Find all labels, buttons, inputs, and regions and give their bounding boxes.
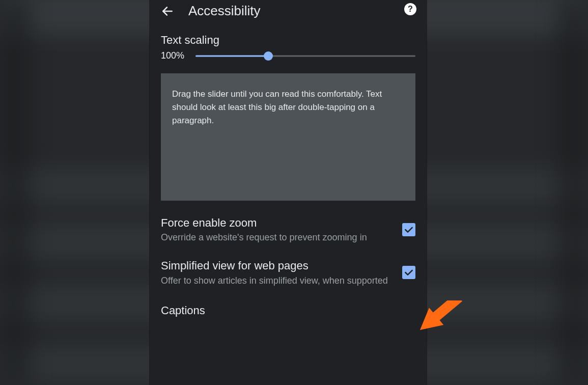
force-zoom-checkbox[interactable] <box>402 223 415 236</box>
back-arrow-icon[interactable] <box>161 5 174 18</box>
force-zoom-subtitle: Override a website's request to prevent … <box>161 231 394 243</box>
simplified-view-subtitle: Offer to show articles in simplified vie… <box>161 274 394 287</box>
simplified-view-row[interactable]: Simplified view for web pages Offer to s… <box>150 243 427 287</box>
settings-panel: Accessibility ? Text scaling 100% Drag t… <box>150 0 427 385</box>
page-title: Accessibility <box>188 3 261 19</box>
force-zoom-title: Force enable zoom <box>161 216 394 231</box>
preview-text: Drag the slider until you can read this … <box>172 88 404 128</box>
slider-thumb-icon[interactable] <box>264 51 273 61</box>
text-scaling-section: Text scaling 100% <box>150 29 427 62</box>
help-icon[interactable]: ? <box>404 3 416 15</box>
text-scaling-value: 100% <box>161 50 186 61</box>
text-scaling-preview: Drag the slider until you can read this … <box>161 73 415 201</box>
text-scaling-slider[interactable] <box>195 50 415 62</box>
force-enable-zoom-row[interactable]: Force enable zoom Override a website's r… <box>150 201 427 244</box>
header: Accessibility ? <box>150 0 427 29</box>
captions-row[interactable]: Captions <box>150 287 427 317</box>
simplified-view-checkbox[interactable] <box>402 266 415 279</box>
simplified-view-title: Simplified view for web pages <box>161 259 394 273</box>
captions-title: Captions <box>161 304 205 317</box>
text-scaling-label: Text scaling <box>161 33 415 48</box>
